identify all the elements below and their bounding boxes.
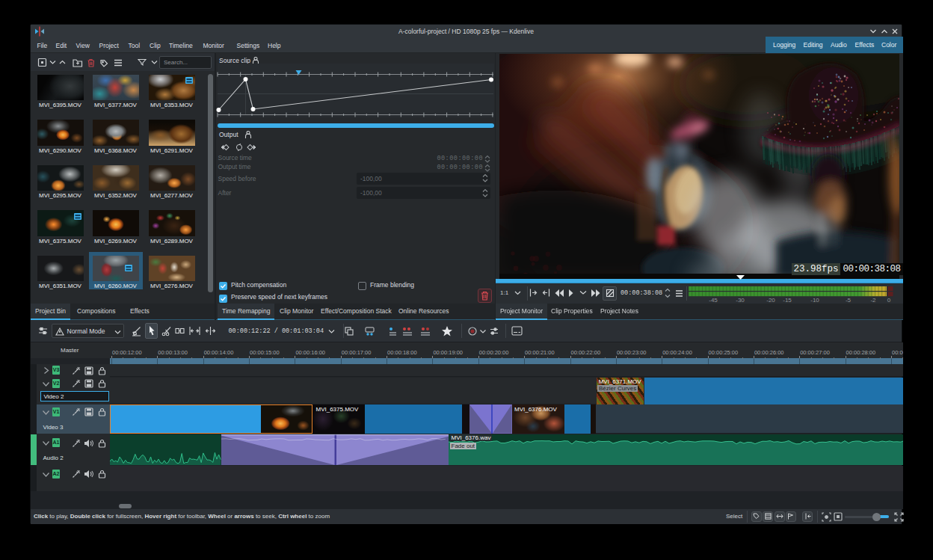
svg-text:-15: -15 [783, 297, 792, 303]
svg-text:-45: -45 [709, 297, 718, 303]
svg-text:-30: -30 [736, 297, 745, 303]
svg-text:-10: -10 [810, 297, 819, 303]
svg-text:0: 0 [887, 297, 891, 303]
svg-text:-2: -2 [870, 297, 876, 303]
svg-text:-20: -20 [766, 297, 775, 303]
svg-text:-5: -5 [846, 297, 852, 303]
